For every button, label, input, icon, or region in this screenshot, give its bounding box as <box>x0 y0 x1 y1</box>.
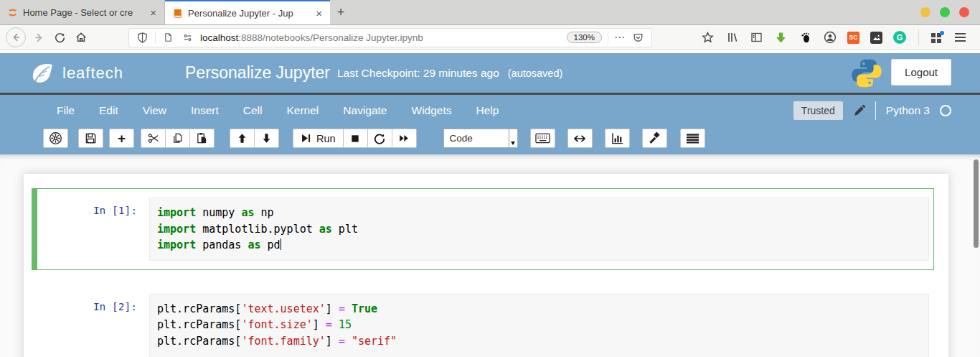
menu-item-insert[interactable]: Insert <box>179 104 231 117</box>
grammarly-icon[interactable]: G <box>893 31 906 44</box>
notebook-page: In [1]:import numpy as npimport matplotl… <box>0 154 980 357</box>
code-input-area[interactable]: plt.rcParams['text.usetex'] = Trueplt.rc… <box>149 294 929 357</box>
menu-item-edit[interactable]: Edit <box>87 104 131 117</box>
tab-home-page[interactable]: Home Page - Select or cre × <box>0 0 165 24</box>
page-icon[interactable] <box>161 31 175 45</box>
browser-toolbar-icons: SC G <box>701 29 966 45</box>
pocket-icon[interactable] <box>631 31 645 45</box>
star-circle-icon[interactable] <box>43 129 68 148</box>
notebook-cells: In [1]:import numpy as npimport matplotl… <box>24 188 948 357</box>
notebook-menubar: FileEditViewInsertCellKernelNavigateWidg… <box>0 95 980 126</box>
edit-group <box>141 129 215 148</box>
reload-icon[interactable] <box>50 27 70 48</box>
new-tab-button[interactable]: + <box>330 0 352 24</box>
tab-title: Home Page - Select or cre <box>23 7 143 18</box>
checkpoint-status: Last Checkpoint: 29 minutes ago <box>337 67 499 80</box>
tab-strip: Home Page - Select or cre × Personalize … <box>0 0 980 25</box>
browser-navbar: localhost:8888/notebooks/Personalize Jup… <box>0 25 980 50</box>
notebook-container: In [1]:import numpy as npimport matplotl… <box>24 174 948 357</box>
input-prompt: In [1]: <box>42 198 149 261</box>
divider <box>155 32 156 43</box>
close-icon[interactable]: × <box>314 8 324 19</box>
run-label: Run <box>316 133 336 144</box>
move-down-icon[interactable] <box>254 129 279 148</box>
code-input-area[interactable]: import numpy as npimport matplotlib.pypl… <box>149 198 929 261</box>
tracking-shield-icon[interactable] <box>136 31 149 45</box>
window-close-dot[interactable] <box>959 7 969 17</box>
restart-icon[interactable] <box>367 129 392 148</box>
sidebar-icon[interactable] <box>750 31 763 45</box>
keyboard-icon[interactable] <box>530 129 555 148</box>
url-bar[interactable]: localhost:8888/notebooks/Personalize Jup… <box>128 28 652 47</box>
window-maximize-dot[interactable] <box>940 7 950 17</box>
logout-button[interactable]: Logout <box>891 59 951 85</box>
notification-dot <box>940 31 944 35</box>
python-logo-icon <box>851 57 882 89</box>
chart-icon[interactable] <box>605 129 630 148</box>
trusted-badge[interactable]: Trusted <box>793 101 843 120</box>
cell-type-value: Code <box>450 133 473 144</box>
menubar-right: Trusted Python 3 <box>793 101 951 120</box>
toc-list-icon[interactable] <box>680 129 705 148</box>
menu-item-navigate[interactable]: Navigate <box>331 104 399 117</box>
move-group <box>230 129 279 148</box>
width-toggle-icon[interactable] <box>567 129 593 148</box>
menu-item-file[interactable]: File <box>44 104 87 117</box>
run-icon[interactable]: Run <box>293 129 344 148</box>
kernel-idle-indicator-icon <box>940 105 951 116</box>
divider <box>608 32 608 43</box>
browser-window: Home Page - Select or cre × Personalize … <box>0 0 980 357</box>
cut-icon[interactable] <box>141 129 166 148</box>
select-arrow-icon <box>509 129 517 147</box>
leaf-icon <box>29 61 56 85</box>
page-actions-icon[interactable]: ⋯ <box>614 31 626 44</box>
url-text[interactable]: localhost:8888/notebooks/Personalize Jup… <box>200 32 561 43</box>
menu-item-help[interactable]: Help <box>464 104 512 117</box>
selected-cell-bar <box>32 284 37 357</box>
kernel-name[interactable]: Python 3 <box>886 104 930 117</box>
brand-name: leaftech <box>62 64 123 83</box>
download-arrow-icon[interactable] <box>774 31 788 45</box>
fast-forward-icon[interactable] <box>392 129 417 148</box>
menu-item-view[interactable]: View <box>131 104 179 117</box>
scrollbar-thumb[interactable] <box>974 159 979 248</box>
add-cell-icon[interactable]: + <box>109 129 134 148</box>
menu-item-cell[interactable]: Cell <box>231 104 275 117</box>
menu-item-widgets[interactable]: Widgets <box>400 104 464 117</box>
back-icon[interactable] <box>6 27 26 47</box>
menu-item-kernel[interactable]: Kernel <box>275 104 331 117</box>
menu-hamburger-icon[interactable] <box>955 33 966 42</box>
code-cell-1[interactable]: In [1]:import numpy as npimport matplotl… <box>32 188 934 270</box>
brand-logo[interactable]: leaftech <box>29 61 123 85</box>
permissions-icon[interactable] <box>181 31 194 45</box>
autosave-status: (autosaved) <box>508 68 563 79</box>
save-icon[interactable] <box>78 129 103 148</box>
library-icon[interactable] <box>725 31 739 45</box>
paste-icon[interactable] <box>189 129 215 148</box>
bookmark-star-icon[interactable] <box>701 31 715 45</box>
notebook-title[interactable]: Personalize Jupyter <box>185 63 330 83</box>
code-cell-2[interactable]: In [2]:plt.rcParams['text.usetex'] = Tru… <box>32 284 934 357</box>
zoom-level-badge[interactable]: 130% <box>567 32 602 43</box>
screenshot-extension-icon[interactable] <box>870 32 882 44</box>
pencil-icon[interactable] <box>853 105 865 117</box>
sc-extension-icon[interactable]: SC <box>847 32 859 44</box>
forward-icon[interactable] <box>29 27 50 48</box>
notebook-book-icon <box>172 8 183 19</box>
extensions-grid-icon[interactable] <box>931 31 944 44</box>
jupyter-logo-icon <box>7 7 18 18</box>
stop-icon[interactable] <box>343 129 368 148</box>
selected-cell-bar <box>32 188 37 270</box>
input-prompt: In [2]: <box>42 294 149 357</box>
gavel-icon[interactable] <box>642 129 667 148</box>
divider <box>875 101 876 120</box>
gnome-foot-icon[interactable] <box>798 31 812 45</box>
window-minimize-dot[interactable] <box>920 7 930 17</box>
cell-type-select[interactable]: Code <box>443 129 518 148</box>
move-up-icon[interactable] <box>230 129 255 148</box>
account-icon[interactable] <box>823 31 837 45</box>
tab-personalize-jupyter[interactable]: Personalize Jupyter - Jup × <box>165 0 330 24</box>
home-icon[interactable] <box>70 27 91 48</box>
close-icon[interactable]: × <box>148 7 159 18</box>
copy-icon[interactable] <box>165 129 190 148</box>
